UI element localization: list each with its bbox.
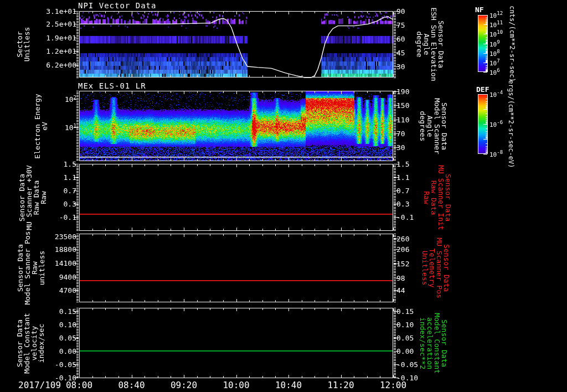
y-tick-label-left: 3.1e+01: [46, 7, 76, 16]
axis-units-right: cnts/(cm**2-sr-sec): [508, 6, 516, 81]
colorbar-tick-label: 10-4: [489, 90, 503, 99]
colorbar-tick-label: 109: [489, 39, 500, 48]
x-tick-label: 08:40: [118, 380, 145, 390]
y-tick-label-right: 45: [396, 49, 405, 57]
axis-title-left: SectorUnitless: [16, 27, 30, 62]
y-tick-label-right: 70: [396, 129, 405, 137]
y-tick-label-right: -0.1: [396, 213, 414, 221]
y-tick-label-right: 30: [396, 62, 405, 70]
y-tick-label-right: 44: [396, 286, 405, 294]
y-tick-label-left: 2.5e+01: [46, 20, 76, 28]
axis-title-left: Sensor DataModel Constantvelocityindex/s…: [16, 313, 45, 374]
colorbar-tick-label: 1011: [489, 20, 503, 29]
y-tick-label-left: 4700: [59, 286, 76, 294]
y-tick-label-right: 75: [396, 20, 405, 29]
y-tick-label-right: 98: [396, 274, 405, 282]
axis-units-right: ergs/(cm**2-sr-sec-eV): [507, 80, 514, 168]
axis-title-left: Sensor DataModel Scanner PosRawunitless: [17, 231, 45, 305]
axis-title-right: Sensor DataESH Sun ElevationAngledegree: [416, 7, 445, 81]
x-tick-label: 11:20: [327, 380, 354, 390]
y-tick-label-right: 190: [396, 87, 409, 96]
y-tick-label-left: 0.15: [59, 307, 76, 315]
x-tick-label: 09:20: [171, 380, 197, 390]
y-tick-label-right: 60: [396, 35, 405, 43]
axis-title-right: Sensor DataModel Constantaccelerationind…: [419, 313, 448, 374]
y-tick-label-left: 6.2e+00: [46, 60, 76, 69]
colorbar-tick-label: 1010: [489, 30, 503, 39]
panel1-title: NPI Vector Data: [78, 1, 156, 10]
y-tick-label-right: -0.05: [396, 360, 418, 368]
colorbar-nf-title: NF: [475, 6, 484, 14]
y-tick-label-left: 101: [65, 123, 76, 132]
x-tick-label: 12:00: [380, 380, 406, 390]
y-tick-label-left: 102: [65, 95, 76, 104]
y-tick-label-left: 0.00: [59, 347, 76, 355]
y-tick-label-right: 110: [396, 115, 409, 123]
colorbar-def-title: DEF: [476, 85, 489, 94]
y-tick-label-left: 23500: [55, 232, 76, 240]
y-tick-label-left: 1.1: [64, 173, 76, 181]
y-tick-label-right: 90: [396, 7, 405, 16]
axis-title-right: Sensor DataModel ScannerAngledegrees: [419, 98, 448, 154]
y-tick-label-right: 30: [396, 143, 405, 151]
y-tick-label-right: 150: [396, 101, 409, 110]
y-tick-label-right: 0.7: [396, 187, 409, 195]
colorbar-tick-label: 107: [489, 58, 500, 67]
axis-title-right: Sensor DataMU Scanner InitRaw DataRaw: [423, 165, 452, 230]
x-tick-label: 08:00: [66, 380, 92, 390]
y-tick-label-right: 0.00: [396, 347, 414, 355]
y-tick-label-right: 0.3: [396, 199, 409, 208]
y-tick-label-right: 260: [396, 235, 409, 243]
colorbar-tick-label: 1012: [489, 11, 503, 19]
colorbar-tick-label: 108: [489, 49, 500, 58]
y-tick-label-right: 1.5: [396, 160, 409, 168]
y-tick-label-right: 0.10: [396, 320, 414, 328]
y-tick-label-right: 1.1: [396, 173, 409, 181]
y-tick-label-right: 0.05: [396, 333, 414, 342]
y-tick-label-right: 0.15: [396, 307, 414, 315]
y-tick-label-left: -0.1: [59, 213, 76, 221]
y-tick-label-left: 9400: [59, 273, 76, 281]
y-tick-label-left: 1.5: [64, 160, 76, 168]
axis-title-left: Sensor DataMU Scanner +30VRaw DataRaw: [18, 165, 47, 230]
colorbar-tick-label: 10-8: [489, 149, 503, 158]
y-tick-label-left: 0.7: [64, 187, 76, 195]
y-tick-label-left: 0.10: [59, 320, 76, 328]
science-plot-figure: NPI Vector Data MEx ELS-01 LR 2017/109 N…: [0, 0, 567, 392]
y-tick-label-left: 1.9e+01: [46, 34, 76, 42]
y-tick-label-right: 206: [396, 245, 409, 253]
y-tick-label-right: 152: [396, 259, 409, 267]
panel2-title: MEx ELS-01 LR: [78, 81, 146, 90]
y-tick-label-left: 18800: [55, 245, 76, 253]
y-tick-label-left: 14100: [55, 259, 76, 267]
axis-title-right: Sensor DataMU Scanner PosTelemetryUnitle…: [421, 238, 450, 298]
axis-title-left: Electron EnergyeV: [34, 94, 48, 158]
x-tick-label: 10:00: [223, 380, 249, 390]
y-tick-label-left: 1.2e+01: [46, 47, 76, 55]
x-tick-label: 10:40: [275, 380, 302, 390]
y-tick-label-left: -0.05: [55, 360, 76, 368]
colorbar-tick-label: 10-6: [489, 120, 503, 128]
y-tick-label-left: 0.3: [64, 199, 76, 208]
colorbar-tick-label: 106: [489, 68, 500, 76]
y-tick-label-left: 0.05: [59, 333, 76, 342]
plot-canvas: [0, 0, 567, 392]
